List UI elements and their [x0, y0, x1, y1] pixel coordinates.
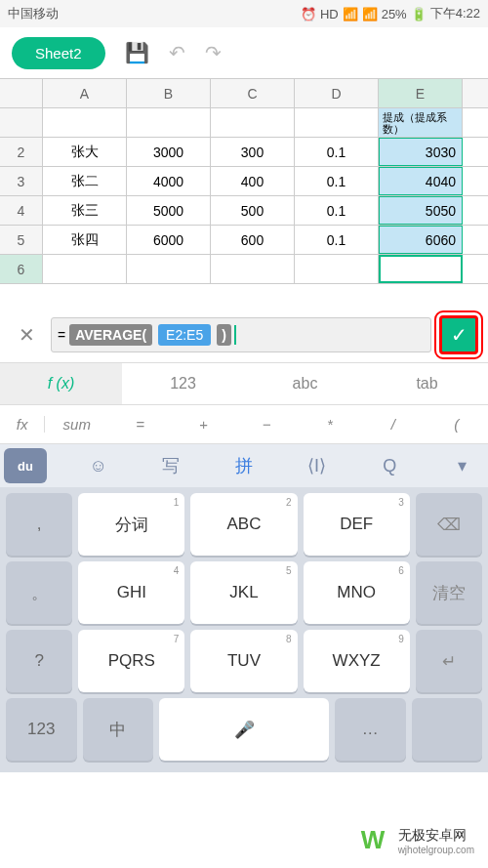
pinyin-icon[interactable]: 拼 [223, 448, 265, 483]
backspace-key[interactable]: ⌫ [416, 493, 482, 556]
row-num[interactable]: 4 [0, 196, 43, 225]
corner-cell[interactable] [0, 79, 43, 107]
input-mode-row: f (x) 123 abc tab [0, 362, 488, 405]
undo-icon[interactable]: ↶ [169, 41, 185, 64]
status-bar: 中国移动 ⏰ HD 📶 📶 25% 🔋 下午4:22 [0, 0, 488, 27]
func-token: AVERAGE( [69, 324, 152, 346]
code-icon[interactable]: ⟨I⟩ [296, 448, 339, 483]
cancel-button[interactable]: ✕ [10, 318, 43, 351]
minus-btn[interactable]: − [235, 416, 299, 433]
alarm-icon: ⏰ [301, 7, 316, 21]
row-num[interactable]: 2 [0, 138, 43, 166]
plus-btn[interactable]: + [172, 416, 235, 433]
wifi-icon: 📶 [343, 7, 358, 21]
row-num[interactable]: 5 [0, 226, 43, 254]
enter-key[interactable]: ↵ [416, 630, 482, 692]
signal-icon: 📶 [362, 7, 378, 21]
key-5[interactable]: 5JKL [190, 561, 297, 624]
key-1[interactable]: 1分词 [78, 493, 184, 556]
wm-logo-icon: W [361, 825, 392, 856]
header-e[interactable]: 提成（提成系数） [379, 108, 463, 137]
space-key[interactable]: 🎤 [159, 698, 329, 761]
key-2[interactable]: 2ABC [190, 493, 297, 556]
ime-logo[interactable]: du [4, 448, 47, 483]
battery-icon: 🔋 [411, 7, 427, 21]
abc-mode[interactable]: abc [244, 363, 366, 404]
redo-icon[interactable]: ↷ [205, 41, 222, 64]
toolbar: Sheet2 💾 ↶ ↷ [0, 27, 488, 78]
tab-mode[interactable]: tab [366, 363, 488, 404]
watermark: W 无极安卓网 wjhotelgroup.com [357, 821, 478, 860]
col-D[interactable]: D [295, 79, 379, 107]
eq-btn[interactable]: = [108, 416, 172, 433]
key-9[interactable]: 9WXYZ [304, 630, 410, 692]
search-icon[interactable]: Q [368, 448, 411, 483]
col-B[interactable]: B [127, 79, 211, 107]
formula-input[interactable]: = AVERAGE( E2:E5 ) [51, 317, 431, 352]
key-7[interactable]: 7PQRS [78, 630, 184, 692]
paren-btn[interactable]: ( [425, 416, 488, 433]
sum-btn[interactable]: sum [45, 416, 108, 433]
paren-token: ) [217, 324, 231, 346]
battery-pct: 25% [382, 7, 407, 21]
formula-bar: ✕ = AVERAGE( E2:E5 ) ✓ [0, 308, 488, 362]
clear-key[interactable]: 清空 [416, 561, 482, 624]
key-3[interactable]: 3DEF [304, 493, 410, 556]
row-num[interactable]: 3 [0, 167, 43, 195]
fx-row: fx sum = + − * / ( [0, 405, 488, 444]
lang-key[interactable]: 中 [83, 698, 154, 761]
num-key[interactable]: 123 [6, 698, 77, 761]
comma-key[interactable]: , [6, 493, 72, 556]
more-key[interactable]: … [335, 698, 406, 761]
ime-toolbar: du ☺ 写 拼 ⟨I⟩ Q ▾ [0, 444, 488, 487]
confirm-button[interactable]: ✓ [439, 315, 478, 354]
fx-label[interactable]: fx [0, 416, 45, 433]
col-E[interactable]: E [379, 79, 463, 107]
carrier: 中国移动 [8, 5, 59, 22]
clock: 下午4:22 [430, 5, 480, 22]
col-A[interactable]: A [43, 79, 127, 107]
hd-icon: HD [320, 7, 339, 21]
row-active[interactable]: 6 [0, 255, 43, 283]
cursor [234, 325, 236, 345]
col-C[interactable]: C [211, 79, 295, 107]
row-1[interactable] [0, 108, 43, 137]
question-key[interactable]: ? [6, 630, 72, 692]
key-8[interactable]: 8TUV [190, 630, 297, 692]
key-4[interactable]: 4GHI [78, 561, 184, 624]
period-key[interactable]: 。 [6, 561, 72, 624]
enter-key-2[interactable] [412, 698, 483, 761]
keyboard: , 1分词 2ABC 3DEF ⌫ 。 4GHI 5JKL 6MNO 清空 ? … [0, 487, 488, 772]
num-mode[interactable]: 123 [122, 363, 244, 404]
spreadsheet[interactable]: A B C D E 提成（提成系数） 2张大30003000.130303张二4… [0, 78, 488, 284]
handwrite-icon[interactable]: 写 [149, 448, 192, 483]
save-icon[interactable]: 💾 [125, 41, 149, 64]
div-btn[interactable]: / [361, 416, 425, 433]
active-cell[interactable] [379, 255, 463, 283]
fx-mode[interactable]: f (x) [0, 363, 122, 404]
collapse-icon[interactable]: ▾ [441, 448, 484, 483]
key-6[interactable]: 6MNO [304, 561, 410, 624]
mult-btn[interactable]: * [299, 416, 362, 433]
sheet-tab[interactable]: Sheet2 [12, 37, 105, 69]
emoji-icon[interactable]: ☺ [77, 448, 120, 483]
range-token: E2:E5 [158, 324, 211, 346]
